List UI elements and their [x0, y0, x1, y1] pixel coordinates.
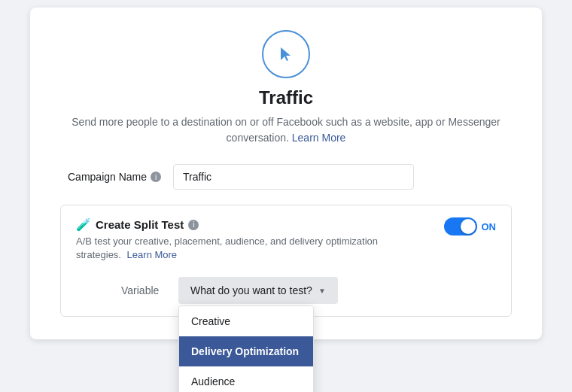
dropdown-arrow-icon: ▼: [318, 287, 326, 295]
split-test-title-row: 🧪 Create Split Test i: [76, 217, 392, 232]
variable-row: Variable What do you want to test? ▼ Cre…: [76, 277, 496, 304]
split-test-toggle[interactable]: [444, 217, 477, 236]
dropdown-item-creative[interactable]: Creative: [179, 306, 313, 336]
dropdown-wrapper: What do you want to test? ▼ Creative Del…: [178, 277, 338, 304]
variable-label: Variable: [121, 277, 166, 296]
split-test-box: 🧪 Create Split Test i A/B test your crea…: [60, 205, 512, 317]
campaign-name-input[interactable]: [173, 164, 414, 190]
split-test-header: 🧪 Create Split Test i A/B test your crea…: [76, 217, 496, 262]
split-test-description: A/B test your creative, placement, audie…: [76, 235, 392, 262]
toggle-thumb: [461, 219, 476, 234]
split-test-info: 🧪 Create Split Test i A/B test your crea…: [76, 217, 392, 262]
variable-dropdown-menu: Creative Delivery Optimization Audience …: [178, 305, 314, 392]
split-test-title: Create Split Test: [96, 218, 184, 231]
beaker-icon: 🧪: [76, 217, 91, 232]
header-section: Traffic Send more people to a destinatio…: [60, 30, 512, 146]
campaign-name-label: Campaign Name i: [68, 171, 166, 183]
campaign-name-info-icon[interactable]: i: [151, 172, 161, 182]
toggle-on-label: ON: [482, 221, 497, 232]
split-test-info-icon[interactable]: i: [188, 220, 199, 230]
toggle-track: [444, 217, 477, 236]
toggle-container: ON: [444, 217, 497, 236]
dropdown-item-delivery-optimization[interactable]: Delivery Optimization: [179, 336, 313, 366]
main-card: Traffic Send more people to a destinatio…: [30, 8, 542, 339]
split-test-learn-more-link[interactable]: Learn More: [127, 249, 177, 260]
campaign-name-row: Campaign Name i: [60, 164, 512, 190]
page-description: Send more people to a destination on or …: [60, 114, 512, 146]
variable-dropdown-button[interactable]: What do you want to test? ▼: [178, 277, 338, 304]
traffic-icon-circle: [262, 30, 310, 78]
header-learn-more-link[interactable]: Learn More: [292, 132, 346, 144]
page-title: Traffic: [259, 87, 313, 108]
dropdown-item-audience[interactable]: Audience: [179, 366, 313, 392]
dropdown-selected-text: What do you want to test?: [190, 284, 312, 296]
